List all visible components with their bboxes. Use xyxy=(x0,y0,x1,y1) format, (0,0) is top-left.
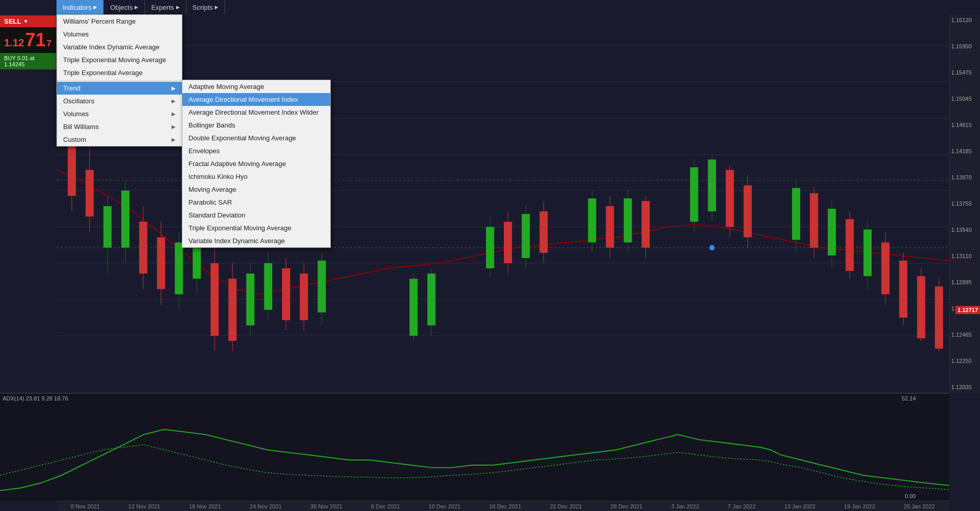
ichimoku-label: Ichimoku Kinko Hyo xyxy=(189,173,248,180)
price-level: 1.15475 xyxy=(951,69,978,76)
svg-rect-78 xyxy=(863,229,872,276)
svg-rect-56 xyxy=(606,206,614,248)
adx-wilder-item[interactable]: Average Directional Movement Index Wilde… xyxy=(182,106,330,119)
volumes-menu-label: Volumes xyxy=(63,110,89,118)
frama-item[interactable]: Fractal Adaptive Moving Average xyxy=(182,157,330,170)
separator xyxy=(57,80,182,81)
custom-item[interactable]: Custom ▶ xyxy=(57,133,182,146)
oscillators-item[interactable]: Oscillators ▶ xyxy=(57,95,182,107)
dropdown-arrow: ▼ xyxy=(23,19,28,24)
bollinger-item[interactable]: Bollinger Bands xyxy=(182,119,330,132)
price-level: 1.12895 xyxy=(951,279,978,285)
svg-rect-14 xyxy=(86,170,94,216)
price-level: 1.15950 xyxy=(951,43,978,49)
price-level: 1.12250 xyxy=(951,358,978,364)
std-dev-label: Standard Deviation xyxy=(189,211,246,219)
volumes-item[interactable]: Volumes xyxy=(57,28,182,41)
price-level: 1.14615 xyxy=(951,122,978,128)
svg-rect-32 xyxy=(246,273,254,325)
svg-rect-30 xyxy=(229,279,237,341)
experts-menu-item[interactable]: Experts ▶ xyxy=(145,0,186,14)
bill-williams-item[interactable]: Bill Williams ▶ xyxy=(57,120,182,133)
objects-menu-item[interactable]: Objects ▶ xyxy=(104,0,145,14)
time-label: 25 Jan 2022 xyxy=(904,503,935,509)
svg-rect-40 xyxy=(317,261,326,313)
arrow-right-icon: ▶ xyxy=(172,124,176,130)
parabolic-sar-item[interactable]: Parabolic SAR xyxy=(182,196,330,209)
price-axis: 1.16120 1.15950 1.15475 1.15045 1.14615 … xyxy=(949,14,980,393)
time-label: 13 Jan 2022 xyxy=(784,503,816,509)
adx-wilder-label: Average Directional Movement Index Wilde… xyxy=(189,108,318,116)
variable-index-item[interactable]: Variable Index Dynamic Average xyxy=(57,41,182,53)
price-level: 1.13755 xyxy=(951,200,978,207)
svg-rect-20 xyxy=(139,222,147,273)
trend-item[interactable]: Trend ▶ xyxy=(57,82,182,95)
time-label: 18 Nov 2021 xyxy=(189,503,221,509)
price-level: 1.13970 xyxy=(951,174,978,180)
chart-container: 1.16120 1.15950 1.15475 1.15045 1.14615 … xyxy=(0,0,980,511)
scripts-menu-item[interactable]: Scripts ▶ xyxy=(186,0,225,14)
indicator-value-top: 52.14 xyxy=(901,395,916,402)
price-display: 1.12 71 7 xyxy=(0,27,56,53)
trend-label: Trend xyxy=(63,84,80,92)
envelopes-item[interactable]: Envelopes xyxy=(182,144,330,157)
williams-percent-range-label: Williams' Percent Range xyxy=(63,17,136,25)
volumes-label: Volumes xyxy=(63,30,89,38)
price-level: 1.14185 xyxy=(951,148,978,154)
time-label: 12 Nov 2021 xyxy=(128,503,160,509)
time-label: 22 Dec 2021 xyxy=(550,503,581,509)
price-large: 71 xyxy=(25,29,46,51)
chevron-right-icon: ▶ xyxy=(93,5,97,10)
svg-rect-62 xyxy=(690,167,698,222)
time-label: 19 Jan 2022 xyxy=(844,503,875,509)
adx-item[interactable]: Average Directional Movement Index xyxy=(182,93,330,106)
bill-williams-label: Bill Williams xyxy=(63,123,99,131)
time-label: 24 Nov 2021 xyxy=(250,503,281,509)
arrow-right-icon: ▶ xyxy=(172,111,176,117)
dema-item[interactable]: Double Exponential Moving Average xyxy=(182,132,330,144)
ma-item[interactable]: Moving Average xyxy=(182,183,330,196)
tema-item[interactable]: Triple Exponential Moving Average xyxy=(182,222,330,234)
svg-rect-86 xyxy=(935,286,943,349)
bollinger-label: Bollinger Bands xyxy=(189,121,235,129)
time-label: 16 Dec 2021 xyxy=(489,503,521,509)
svg-rect-76 xyxy=(845,219,854,271)
svg-rect-60 xyxy=(642,201,650,248)
svg-rect-42 xyxy=(409,279,418,336)
vida-item[interactable]: Variable Index Dynamic Average xyxy=(182,234,330,247)
svg-rect-50 xyxy=(522,214,530,258)
svg-rect-68 xyxy=(744,186,752,238)
indicator-chart xyxy=(0,394,949,501)
arrow-right-icon: ▶ xyxy=(172,137,176,142)
svg-rect-44 xyxy=(427,273,436,325)
svg-rect-54 xyxy=(588,198,596,243)
adaptive-ma-item[interactable]: Adaptive Moving Average xyxy=(182,80,330,93)
williams-percent-range-item[interactable]: Williams' Percent Range xyxy=(57,15,182,28)
ichimoku-item[interactable]: Ichimoku Kinko Hyo xyxy=(182,170,330,183)
svg-rect-18 xyxy=(121,191,129,248)
std-dev-item[interactable]: Standard Deviation xyxy=(182,209,330,222)
time-label: 3 Jan 2022 xyxy=(671,503,699,509)
time-label: 10 Dec 2021 xyxy=(428,503,460,509)
volumes-menu-item[interactable]: Volumes ▶ xyxy=(57,107,182,120)
indicators-label: Indicators xyxy=(63,4,91,11)
svg-rect-82 xyxy=(899,261,908,318)
svg-rect-58 xyxy=(624,198,632,243)
svg-rect-22 xyxy=(157,238,165,289)
svg-rect-84 xyxy=(917,276,925,338)
buy-button[interactable]: BUY 0.01 at 1.14245 xyxy=(0,53,56,69)
sell-button[interactable]: SELL ▼ xyxy=(0,15,56,27)
price-small: 7 xyxy=(47,39,51,48)
time-label: 6 Dec 2021 xyxy=(371,503,400,509)
svg-rect-46 xyxy=(486,227,494,268)
vida-label: Variable Index Dynamic Average xyxy=(189,237,285,245)
svg-rect-64 xyxy=(708,159,716,211)
indicators-menu-item[interactable]: Indicators ▶ xyxy=(56,0,104,14)
triple-ema-item[interactable]: Triple Exponential Moving Average xyxy=(57,53,182,66)
svg-rect-72 xyxy=(810,193,818,248)
price-level: 1.13540 xyxy=(951,227,978,233)
triple-exp-avg-item[interactable]: Triple Exponential Average xyxy=(57,66,182,79)
price-integer: 1.12 xyxy=(4,37,24,49)
time-label: 28 Dec 2021 xyxy=(611,503,643,509)
svg-rect-28 xyxy=(211,263,219,336)
